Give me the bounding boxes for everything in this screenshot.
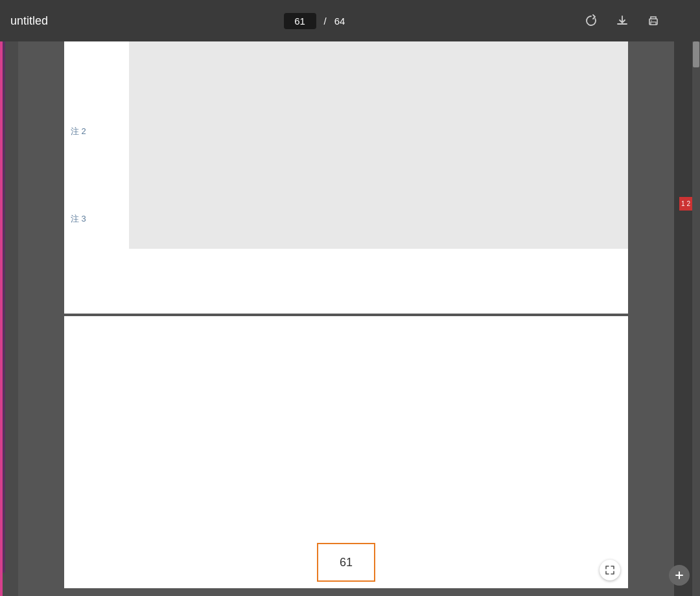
main-area: 注 2 注 3 61 <box>0 41 700 596</box>
right-tag[interactable]: 1 2 <box>679 197 692 211</box>
expand-icon <box>605 565 615 575</box>
expand-button[interactable] <box>600 560 620 580</box>
download-button[interactable] <box>612 10 633 31</box>
svg-point-2 <box>651 20 652 21</box>
annotation-2: 注 2 <box>71 126 86 137</box>
tag-line2: 2 <box>686 200 690 207</box>
refresh-button[interactable] <box>581 10 601 31</box>
add-button[interactable] <box>669 565 690 586</box>
download-icon <box>616 14 629 27</box>
page-separator: / <box>324 16 327 27</box>
document-title: untitled <box>10 14 48 28</box>
annotation-3: 注 3 <box>71 213 86 225</box>
refresh-icon <box>585 14 598 27</box>
plus-icon <box>674 570 684 580</box>
document-viewer[interactable]: 注 2 注 3 61 <box>18 41 674 596</box>
page-total: 64 <box>334 16 345 27</box>
page-navigation: / 64 <box>284 13 345 29</box>
document-page-top: 注 2 注 3 <box>64 41 628 314</box>
print-button[interactable] <box>643 10 664 31</box>
toolbar: untitled / 64 <box>0 0 674 41</box>
print-icon <box>647 14 660 27</box>
toolbar-actions <box>581 10 664 31</box>
page-wrapper: 注 2 注 3 61 <box>18 41 674 596</box>
page-number-display: 61 <box>340 556 353 569</box>
document-page-bottom: 61 <box>64 316 628 588</box>
scrollbar[interactable] <box>692 41 700 596</box>
scrollbar-thumb[interactable] <box>693 41 699 67</box>
page-number-input[interactable] <box>290 16 310 27</box>
tag-line1: 1 <box>681 200 685 207</box>
left-sidebar <box>0 41 18 596</box>
right-sidebar: 1 2 <box>674 41 700 596</box>
page-input-container <box>284 13 316 29</box>
left-accent-bar-2 <box>3 41 5 573</box>
page-number-box: 61 <box>317 543 375 582</box>
page-content-block <box>129 41 628 249</box>
svg-rect-1 <box>651 22 656 25</box>
